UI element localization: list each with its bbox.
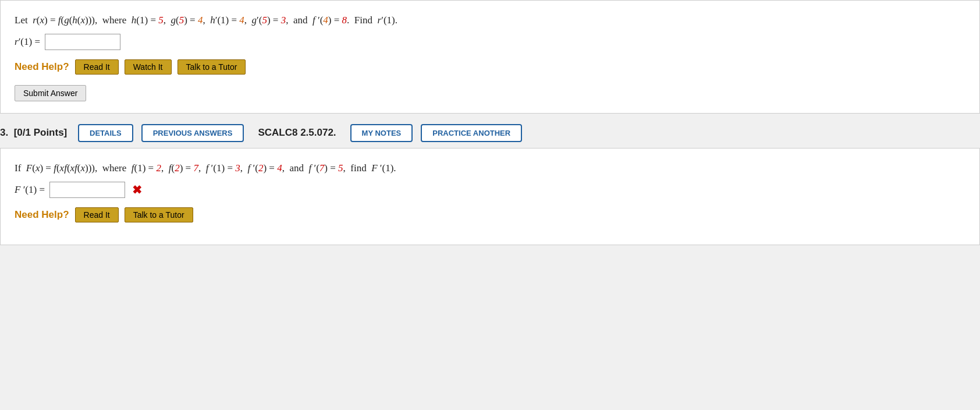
problem-2-answer-row: r′(1) = bbox=[15, 34, 965, 50]
problem-3-read-it-button[interactable]: Read It bbox=[75, 207, 119, 222]
problem-2-read-it-button[interactable]: Read It bbox=[75, 59, 119, 75]
problem-3-wrong-mark: ✖ bbox=[132, 183, 142, 197]
problem-2-submit-button[interactable]: Submit Answer bbox=[15, 85, 86, 101]
problem-3-answer-input[interactable] bbox=[49, 182, 125, 198]
problem-2-answer-label: r′(1) = bbox=[15, 36, 40, 48]
problem-3-statement: If F(x) = f(xf(xf(x))), where f(1) = 2, … bbox=[15, 162, 396, 174]
problem-3-text: If F(x) = f(xf(xf(x))), where f(1) = 2, … bbox=[15, 160, 965, 177]
problem-3-scalc-ref: SCALC8 2.5.072. bbox=[258, 127, 336, 139]
problem-3-my-notes-button[interactable]: MY NOTES bbox=[350, 124, 413, 142]
problem-3-points-label: [0/1 Points] bbox=[14, 127, 68, 138]
problem-3-answer-label: F ′(1) = bbox=[15, 184, 45, 196]
problem-3-prev-answers-button[interactable]: PREVIOUS ANSWERS bbox=[141, 124, 244, 142]
problem-3-number-points: 3. [0/1 Points] bbox=[0, 127, 70, 139]
problem-3-answer-row: F ′(1) = ✖ bbox=[15, 182, 965, 198]
problem-3-need-help-label: Need Help? bbox=[15, 209, 69, 221]
problem-2-answer-input[interactable] bbox=[45, 34, 120, 50]
problem-2-text: Let r(x) = f(g(h(x))), where h(1) = 5, g… bbox=[15, 12, 965, 29]
problem-3-talk-to-tutor-button[interactable]: Talk to a Tutor bbox=[125, 207, 193, 222]
problem-3-practice-button[interactable]: PRACTICE ANOTHER bbox=[421, 124, 522, 142]
problem-3-details-button[interactable]: DETAILS bbox=[78, 124, 133, 142]
problem-3-help-row: Need Help? Read It Talk to a Tutor bbox=[15, 207, 965, 222]
problem-2-statement: Let r(x) = f(g(h(x))), where h(1) = 5, g… bbox=[15, 15, 397, 26]
problem-2-talk-to-tutor-button[interactable]: Talk to a Tutor bbox=[177, 59, 246, 75]
problem-3-block: If F(x) = f(xf(xf(x))), where f(1) = 2, … bbox=[0, 148, 980, 245]
problem-3-number: 3. bbox=[0, 127, 8, 138]
problem-2-watch-it-button[interactable]: Watch It bbox=[125, 59, 172, 75]
problem-3-header: 3. [0/1 Points] DETAILS PREVIOUS ANSWERS… bbox=[0, 118, 980, 148]
problem-2-help-row: Need Help? Read It Watch It Talk to a Tu… bbox=[15, 59, 965, 75]
problem-2-need-help-label: Need Help? bbox=[15, 61, 69, 73]
problem-2-submit-row: Submit Answer bbox=[15, 85, 965, 101]
problem-2-block: Let r(x) = f(g(h(x))), where h(1) = 5, g… bbox=[0, 0, 980, 114]
